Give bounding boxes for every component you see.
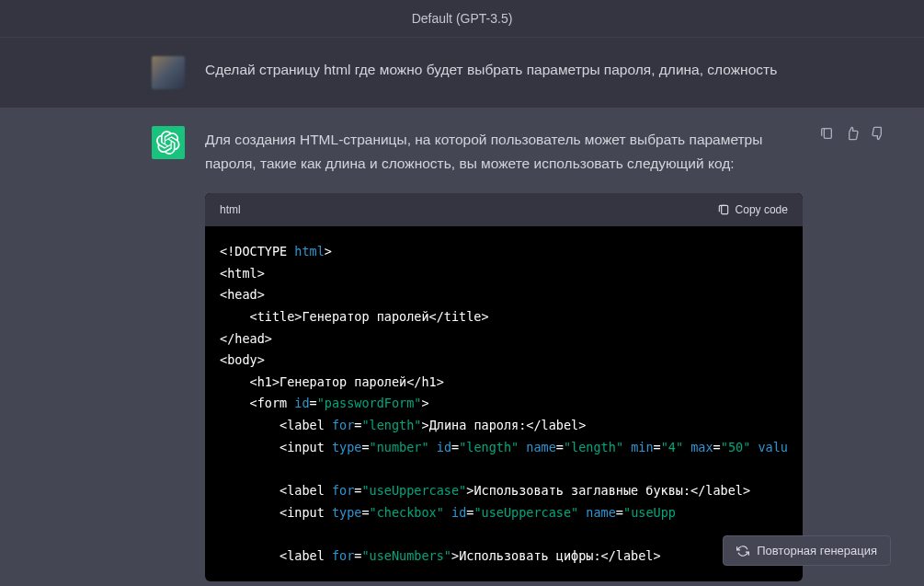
regenerate-label: Повторная генерация <box>757 544 877 557</box>
message-actions <box>819 126 885 141</box>
refresh-icon <box>736 545 749 557</box>
assistant-text: Для создания HTML-страницы, на которой п… <box>205 128 803 177</box>
code-body[interactable]: <!DOCTYPE html> <html> <head> <title>Ген… <box>205 226 803 581</box>
user-message: Сделай страницу html где можно будет выб… <box>0 38 924 108</box>
code-lang: html <box>220 201 241 219</box>
user-avatar <box>152 56 185 89</box>
thumbs-up-icon[interactable] <box>845 126 860 141</box>
assistant-message: Для создания HTML-страницы, на которой п… <box>0 108 924 586</box>
user-text: Сделай страницу html где можно будет выб… <box>205 56 924 89</box>
copy-code-button[interactable]: Copy code <box>717 201 788 219</box>
copy-code-label: Copy code <box>736 201 788 219</box>
assistant-content: Для создания HTML-страницы, на которой п… <box>205 126 924 586</box>
regenerate-button[interactable]: Повторная генерация <box>723 535 891 566</box>
code-block: html Copy code <!DOCTYPE html> <html> <h… <box>205 193 803 582</box>
clipboard-icon[interactable] <box>819 126 834 141</box>
svg-rect-0 <box>721 205 727 213</box>
svg-rect-1 <box>824 129 831 139</box>
model-name: Default (GPT-3.5) <box>412 11 513 26</box>
openai-logo-icon <box>156 131 180 155</box>
model-header: Default (GPT-3.5) <box>0 0 924 38</box>
code-header: html Copy code <box>205 193 803 226</box>
assistant-avatar <box>152 126 185 159</box>
thumbs-down-icon[interactable] <box>871 126 885 141</box>
clipboard-icon <box>717 203 730 216</box>
